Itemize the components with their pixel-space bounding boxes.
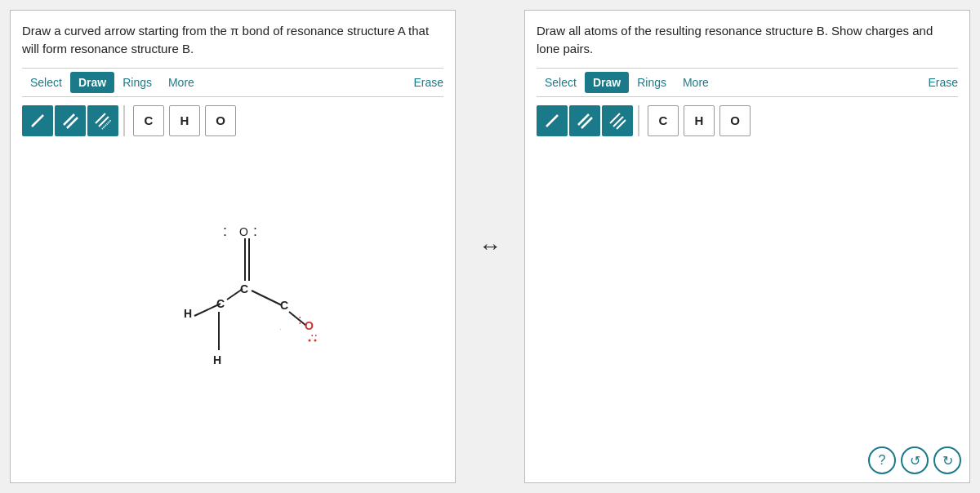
svg-point-25 [314,339,317,341]
right-single-bond-icon [543,112,561,130]
left-toolbar: Select Draw Rings More Erase [22,68,443,97]
right-erase-btn[interactable]: Erase [928,76,958,89]
left-single-bond-btn[interactable] [22,105,53,136]
svg-text:O: O [239,225,248,238]
left-molecule-svg: : O : C H C H [102,191,363,420]
left-canvas[interactable]: : O : C H C H [22,136,443,475]
left-select-btn[interactable]: Select [22,72,70,93]
right-draw-btn[interactable]: Draw [585,72,629,93]
svg-text::: : [253,223,257,239]
svg-line-18 [252,291,282,305]
left-triple-bond-btn[interactable] [87,105,118,136]
left-divider [123,105,125,136]
left-erase-btn[interactable]: Erase [413,76,443,89]
right-oxygen-btn[interactable]: O [719,105,751,136]
right-hydrogen-btn[interactable]: H [684,105,715,136]
svg-line-27 [546,115,558,127]
right-draw-tools: C H O [537,105,958,136]
right-rings-btn[interactable]: Rings [629,72,675,93]
right-single-bond-btn[interactable] [537,105,568,136]
left-draw-tools: C H O [22,105,443,136]
triple-bond-icon [94,112,112,130]
redo-btn[interactable]: ↻ [933,446,961,474]
double-bond-icon [61,112,79,130]
right-more-btn[interactable]: More [675,72,717,93]
undo-btn[interactable]: ↺ [901,446,929,474]
main-container: Draw a curved arrow starting from the π … [0,0,980,493]
left-double-bond-btn[interactable] [55,105,86,136]
svg-text:.: . [280,326,281,331]
left-rings-btn[interactable]: Rings [114,72,160,93]
bottom-bar: ? ↺ ↻ [868,446,961,474]
svg-text:..: .. [310,325,318,339]
left-hydrogen-btn[interactable]: H [169,105,200,136]
svg-line-0 [32,115,43,127]
right-panel: Draw all atoms of the resulting resonanc… [524,10,970,483]
right-select-btn[interactable]: Select [537,72,585,93]
right-divider [638,105,639,136]
single-bond-icon [29,112,47,130]
left-more-btn[interactable]: More [160,72,203,93]
svg-text::: : [223,223,227,239]
svg-text:C: C [280,299,288,312]
right-canvas[interactable] [537,136,958,475]
svg-text:H: H [184,307,192,320]
svg-text:C: C [216,297,225,310]
left-draw-btn[interactable]: Draw [70,72,114,93]
svg-point-24 [309,339,311,341]
help-btn[interactable]: ? [868,446,896,474]
right-double-bond-btn[interactable] [569,105,600,136]
right-triple-bond-btn[interactable] [602,105,633,136]
svg-text:H: H [213,353,221,366]
left-instruction: Draw a curved arrow starting from the π … [22,22,443,58]
left-panel: Draw a curved arrow starting from the π … [10,10,456,483]
right-carbon-btn[interactable]: C [648,105,679,136]
right-instruction: Draw all atoms of the resulting resonanc… [537,22,958,58]
svg-text::: : [298,313,301,326]
right-double-bond-icon [576,112,594,130]
right-toolbar: Select Draw Rings More Erase [537,68,958,97]
left-carbon-btn[interactable]: C [133,105,164,136]
right-triple-bond-icon [608,112,626,130]
resonance-arrow: ↔ [466,233,514,260]
left-oxygen-btn[interactable]: O [205,105,236,136]
